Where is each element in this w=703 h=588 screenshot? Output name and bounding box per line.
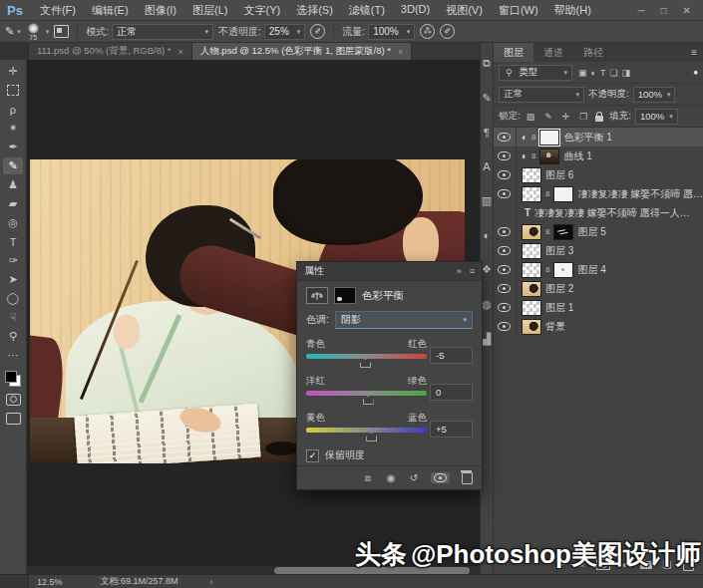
- panel-swatches-button[interactable]: ▥: [482, 194, 492, 207]
- layer-row[interactable]: ◐8曲线 1: [494, 147, 703, 165]
- path-select-tool[interactable]: ➤: [3, 271, 23, 288]
- panel-clone-source-button[interactable]: ◍: [482, 298, 492, 311]
- lock-position-icon[interactable]: ✛: [562, 112, 570, 122]
- layer-mask-thumbnail[interactable]: [539, 148, 559, 164]
- layer-row[interactable]: 图层 6: [494, 165, 703, 184]
- document-tab-111[interactable]: 111.psd @ 50% (背景, RGB/8) *×: [29, 43, 192, 60]
- layer-row[interactable]: 8凄凄复凄凄 嫁娶不须啼 愿…: [494, 184, 703, 203]
- dodge-tool[interactable]: ◎: [3, 214, 23, 231]
- slider-value-field[interactable]: -5: [430, 347, 473, 364]
- layer-row[interactable]: 图层 3: [494, 241, 703, 260]
- fill-select[interactable]: 100% ▾: [635, 109, 678, 125]
- brush-preset-picker[interactable]: 75: [26, 23, 41, 42]
- layer-visibility-toggle[interactable]: [494, 147, 517, 165]
- delete-adjustment-button[interactable]: [461, 471, 473, 484]
- status-expander-icon[interactable]: ›: [210, 577, 213, 587]
- close-button[interactable]: ✕: [683, 5, 691, 16]
- eyedropper-tool[interactable]: ✒: [3, 139, 23, 155]
- layer-row[interactable]: 背景: [494, 317, 703, 336]
- menu-item-3d[interactable]: 3D(D): [393, 3, 438, 18]
- menu-item-edit[interactable]: 编辑(E): [84, 3, 137, 18]
- blend-mode-select[interactable]: 正常 ▾: [499, 87, 584, 103]
- lock-pixels-icon[interactable]: ✎: [544, 112, 552, 122]
- lock-artboard-icon[interactable]: ❐: [579, 112, 587, 122]
- brush-tool[interactable]: ✎: [3, 157, 23, 174]
- opacity-select[interactable]: 25% ▾: [264, 24, 306, 40]
- panel-paragraph-button[interactable]: ¶: [484, 127, 490, 139]
- layer-visibility-toggle[interactable]: [494, 128, 517, 147]
- filter-smart-objects-icon[interactable]: ◨: [622, 68, 631, 78]
- zoom-tool[interactable]: ⚲: [3, 328, 23, 345]
- quick-mask[interactable]: [3, 389, 23, 406]
- hand-tool[interactable]: ☟: [3, 309, 23, 326]
- slider-track[interactable]: [306, 391, 427, 396]
- zoom-level-field[interactable]: 12.5%: [37, 577, 63, 587]
- layer-visibility-toggle[interactable]: [494, 203, 517, 222]
- layer-visibility-toggle[interactable]: [494, 317, 517, 336]
- layer-visibility-toggle[interactable]: [494, 165, 517, 184]
- tool-preset-picker[interactable]: ✎ ▾: [5, 25, 21, 38]
- clip-to-layer-button[interactable]: ⧈: [362, 472, 374, 484]
- slider-track[interactable]: [306, 428, 427, 433]
- layer-thumbnail[interactable]: [522, 262, 541, 278]
- layer-mask-thumbnail[interactable]: [539, 130, 559, 146]
- layer-thumbnail[interactable]: [522, 186, 541, 202]
- filter-adjustment-layers-icon[interactable]: ◐: [591, 68, 596, 78]
- mask-preview-thumbnail[interactable]: [334, 287, 356, 304]
- menu-item-select[interactable]: 选择(S): [288, 3, 341, 18]
- layer-visibility-toggle[interactable]: [494, 184, 517, 203]
- layer-row[interactable]: 图层 2: [494, 279, 703, 298]
- layer-thumbnail[interactable]: [522, 319, 541, 335]
- panel-character-button[interactable]: A: [483, 160, 490, 172]
- slider-value-field[interactable]: +5: [430, 421, 473, 438]
- filter-pin-icon[interactable]: ●: [693, 68, 698, 77]
- layer-row[interactable]: 8图层 4: [494, 260, 703, 279]
- slider-thumb[interactable]: [360, 359, 371, 368]
- menu-item-image[interactable]: 图像(I): [137, 3, 184, 18]
- document-tab-renwu[interactable]: 人物.psd @ 12.5% (色彩平衡 1, 图层蒙版/8) *×: [192, 43, 413, 60]
- layer-thumbnail[interactable]: [522, 300, 541, 316]
- color-swatches[interactable]: [5, 371, 21, 387]
- layer-visibility-toggle[interactable]: [494, 279, 517, 298]
- move-tool[interactable]: ✛: [3, 63, 23, 80]
- pen-tool[interactable]: ✑: [3, 252, 23, 269]
- panel-tab-layers[interactable]: 图层: [494, 43, 533, 62]
- tone-select[interactable]: 阴影 ▾: [335, 311, 473, 329]
- collapse-panel-icon[interactable]: »: [457, 266, 462, 276]
- layer-row[interactable]: 图层 1: [494, 298, 703, 317]
- layer-row[interactable]: T凄凄复凄凄 嫁娶不须啼 愿得一人…: [494, 203, 703, 222]
- flow-select[interactable]: 100% ▾: [368, 24, 415, 40]
- layer-row[interactable]: ◐8色彩平衡 1: [494, 128, 703, 147]
- slider-thumb[interactable]: [366, 433, 377, 441]
- layer-mask-thumbnail[interactable]: [553, 262, 573, 278]
- panel-tab-paths[interactable]: 路径: [573, 43, 613, 62]
- magic-wand-tool[interactable]: ✶: [3, 120, 23, 137]
- layer-mask-thumbnail[interactable]: [553, 224, 573, 240]
- menu-item-layer[interactable]: 图层(L): [184, 3, 235, 18]
- minimize-button[interactable]: ─: [637, 5, 644, 16]
- lock-transparency-icon[interactable]: ▨: [527, 112, 535, 122]
- chevron-down-icon[interactable]: ▾: [46, 28, 50, 36]
- menu-item-file[interactable]: 文件(F): [32, 3, 84, 18]
- layers-opacity-select[interactable]: 100% ▾: [633, 87, 676, 103]
- layer-mask-thumbnail[interactable]: [553, 186, 573, 202]
- layer-visibility-toggle[interactable]: [494, 260, 517, 279]
- lasso-tool[interactable]: ρ: [3, 101, 23, 118]
- menu-item-type[interactable]: 文字(Y): [235, 3, 288, 18]
- layer-row[interactable]: 8图层 5: [494, 222, 703, 241]
- panel-brush-button[interactable]: ✎: [482, 92, 491, 105]
- slider-value-field[interactable]: 0: [430, 384, 473, 401]
- layer-thumbnail[interactable]: [522, 281, 541, 297]
- layer-thumbnail[interactable]: [522, 167, 541, 183]
- lock-icon[interactable]: [595, 116, 603, 122]
- filter-type-layers-icon[interactable]: T: [600, 68, 606, 78]
- preserve-luminosity-checkbox[interactable]: ✓: [306, 449, 319, 462]
- marquee-tool[interactable]: [3, 82, 23, 99]
- mode-select[interactable]: 正常 ▾: [112, 24, 213, 40]
- view-previous-state-button[interactable]: ◉: [385, 472, 397, 483]
- foreground-color-swatch[interactable]: [5, 371, 17, 383]
- properties-header[interactable]: 属性 » ≡: [297, 262, 482, 281]
- edit-toolbar[interactable]: ⋯: [3, 347, 23, 364]
- slider-track[interactable]: [306, 354, 427, 359]
- filter-shape-layers-icon[interactable]: ❏: [609, 68, 617, 78]
